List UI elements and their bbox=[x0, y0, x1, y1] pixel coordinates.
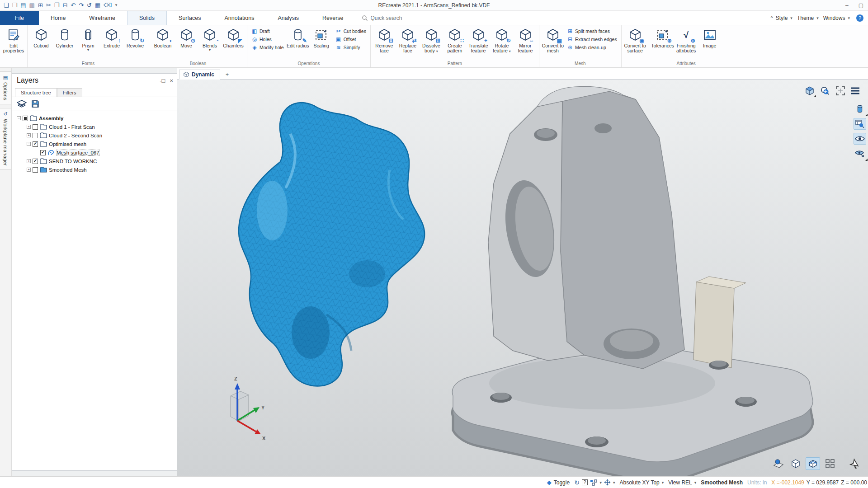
save-all-icon[interactable]: ▥ bbox=[29, 2, 35, 8]
view-rel[interactable]: View REL bbox=[668, 479, 692, 486]
close-icon[interactable]: × bbox=[170, 77, 173, 84]
visibility-eye-icon[interactable] bbox=[854, 133, 866, 145]
modify-hole-button[interactable]: ◈ Modify hole bbox=[250, 44, 285, 51]
quick-search-input[interactable] bbox=[371, 15, 429, 21]
expand-icon[interactable]: + bbox=[27, 159, 31, 163]
tab-filters[interactable]: Filters bbox=[57, 88, 82, 97]
optimised-mesh-checkbox[interactable] bbox=[33, 141, 38, 147]
tab-file[interactable]: File bbox=[0, 11, 39, 25]
convert-to-surface-button[interactable]: ◉ Convert to surface bbox=[623, 26, 647, 53]
theme-menu[interactable]: Theme bbox=[797, 15, 814, 21]
new-viewport-tab-button[interactable]: + bbox=[220, 70, 234, 79]
style-menu[interactable]: Style bbox=[776, 15, 788, 21]
rotate-feature-button[interactable]: ↻ Rotate feature ▾ bbox=[490, 26, 514, 54]
collapse-icon[interactable]: − bbox=[17, 116, 21, 120]
tree-row-optimised-mesh[interactable]: − Optimised mesh bbox=[14, 140, 175, 148]
boolean-button[interactable]: ◑ Boolean bbox=[151, 26, 175, 48]
draft-button[interactable]: ◧ Draft bbox=[250, 28, 285, 34]
tolerances-button[interactable]: ⊕ Tolerances bbox=[651, 26, 675, 48]
side-tab-workplane-manager[interactable]: ↺ Workplane manager bbox=[0, 108, 11, 170]
translate-feature-button[interactable]: + Translate feature bbox=[467, 26, 490, 53]
expand-icon[interactable]: + bbox=[27, 125, 31, 129]
qat-more-icon[interactable]: ▾ bbox=[115, 3, 118, 7]
paste-icon[interactable]: ⊟ bbox=[62, 2, 67, 8]
toggle-label[interactable]: Toggle bbox=[554, 479, 570, 486]
prism-dropdown-icon[interactable]: ▾ bbox=[87, 48, 89, 52]
redo-icon[interactable]: ↷ bbox=[79, 2, 84, 8]
assembly-checkbox[interactable] bbox=[23, 116, 28, 121]
show-hide-cursor-icon[interactable] bbox=[854, 148, 866, 160]
scaling-button[interactable]: Scaling bbox=[310, 26, 333, 48]
holes-button[interactable]: ◎ Holes bbox=[250, 36, 285, 42]
new-file-icon[interactable]: ❏ bbox=[4, 2, 9, 8]
help-icon[interactable]: ? bbox=[856, 14, 863, 22]
simplify-button[interactable]: ≋ Simplify bbox=[334, 44, 368, 51]
copy-icon[interactable]: ❐ bbox=[54, 2, 60, 8]
delete-icon[interactable]: ⌫ bbox=[104, 2, 112, 8]
tab-surfaces[interactable]: Surfaces bbox=[167, 11, 212, 25]
side-tab-options[interactable]: ▤ Options bbox=[0, 71, 11, 104]
zoom-window-icon[interactable] bbox=[854, 118, 866, 130]
remove-face-button[interactable]: ⊟ Remove face bbox=[373, 26, 396, 53]
chamfers-button[interactable]: ◤ Chamfers bbox=[222, 26, 245, 48]
tree-row-smoothed-mesh[interactable]: + Smoothed Mesh bbox=[14, 165, 175, 174]
tab-analysis[interactable]: Analysis bbox=[266, 11, 311, 25]
section-mode-icon[interactable] bbox=[806, 457, 820, 470]
view-cube-icon[interactable] bbox=[805, 86, 815, 96]
viewport-canvas[interactable]: Z Y X bbox=[177, 80, 868, 476]
expand-icon[interactable]: + bbox=[27, 168, 31, 172]
send-to-worknc-checkbox[interactable] bbox=[33, 159, 38, 164]
collapse-ribbon-icon[interactable]: ^ bbox=[771, 15, 773, 21]
cloud2-checkbox[interactable] bbox=[33, 133, 38, 138]
prism-button[interactable]: Prism ▾ bbox=[76, 26, 100, 52]
import-icon[interactable]: ⊞ bbox=[38, 2, 43, 8]
minimize-button[interactable]: – bbox=[845, 2, 849, 9]
multi-view-icon[interactable] bbox=[823, 457, 837, 470]
tab-structure-tree[interactable]: Structure tree bbox=[15, 88, 57, 97]
save-layers-icon[interactable] bbox=[31, 100, 39, 108]
zoom-previous-icon[interactable] bbox=[820, 86, 830, 96]
cloud1-checkbox[interactable] bbox=[33, 124, 38, 130]
revolve-button[interactable]: ↻ Revolve bbox=[123, 26, 147, 48]
clipboard-icon[interactable]: ▦ bbox=[95, 2, 100, 8]
mesh-clean-up-button[interactable]: ⊛ Mesh clean-up bbox=[566, 44, 618, 51]
select-cursor-icon[interactable] bbox=[846, 457, 861, 470]
blends-button[interactable]: ◔ Blends ▾ bbox=[198, 26, 222, 52]
split-mesh-faces-button[interactable]: ⊞ Split mesh faces bbox=[566, 28, 618, 34]
tab-home[interactable]: Home bbox=[39, 11, 77, 25]
tree-row-cloud2[interactable]: + Cloud 2 - Second Scan bbox=[14, 131, 175, 140]
viewport-menu-icon[interactable] bbox=[851, 87, 860, 94]
tree-row-cloud1[interactable]: + Cloud 1 - First Scan bbox=[14, 122, 175, 131]
tab-annotations[interactable]: Annotations bbox=[212, 11, 266, 25]
tab-wireframe[interactable]: Wireframe bbox=[77, 11, 127, 25]
extrude-button[interactable]: ↑ Extrude bbox=[100, 26, 123, 48]
tree-row-mesh-surface[interactable]: Mesh surface_067 bbox=[14, 148, 175, 157]
pin-icon[interactable]: -□ bbox=[160, 77, 165, 84]
offset-button[interactable]: ▣ Offset bbox=[334, 36, 368, 42]
maximize-button[interactable]: ▢ bbox=[859, 2, 863, 9]
refresh-icon[interactable]: ↻ bbox=[574, 479, 580, 486]
mesh-surface-checkbox[interactable] bbox=[40, 150, 46, 155]
workplane-mode[interactable]: Absolute XY Top bbox=[619, 479, 659, 486]
save-icon[interactable]: ▤ bbox=[20, 2, 26, 8]
edit-properties-button[interactable]: Edit properties bbox=[2, 26, 25, 53]
windows-menu[interactable]: Windows bbox=[823, 15, 845, 21]
tab-reverse[interactable]: Reverse bbox=[311, 11, 355, 25]
open-file-icon[interactable]: ❒ bbox=[12, 2, 18, 8]
convert-to-mesh-button[interactable]: ▦ Convert to mesh bbox=[541, 26, 565, 53]
mirror-feature-button[interactable]: ⇔ Mirror feature bbox=[514, 26, 537, 53]
active-mesh-name[interactable]: Smoothed Mesh bbox=[701, 479, 743, 486]
zoom-extents-icon[interactable] bbox=[835, 86, 845, 96]
create-pattern-button[interactable]: ∷ Create pattern bbox=[443, 26, 467, 53]
image-button[interactable]: Image bbox=[698, 26, 722, 48]
cuboid-button[interactable]: Cuboid bbox=[29, 26, 53, 48]
viewport-tab-dynamic[interactable]: Dynamic bbox=[179, 70, 220, 80]
cut-icon[interactable]: ✂ bbox=[46, 2, 51, 8]
render-style-icon[interactable] bbox=[854, 103, 866, 115]
dissolve-body-button[interactable]: ⊞ Dissolve body ▾ bbox=[420, 26, 443, 54]
layer-states-icon[interactable] bbox=[17, 100, 27, 108]
tree-row-assembly[interactable]: − Assembly bbox=[14, 114, 175, 122]
collapse-icon[interactable]: − bbox=[27, 142, 31, 146]
extract-mesh-edges-button[interactable]: ⊟ Extract mesh edges bbox=[566, 36, 618, 42]
toggle-icon[interactable]: ◆ bbox=[547, 479, 552, 486]
